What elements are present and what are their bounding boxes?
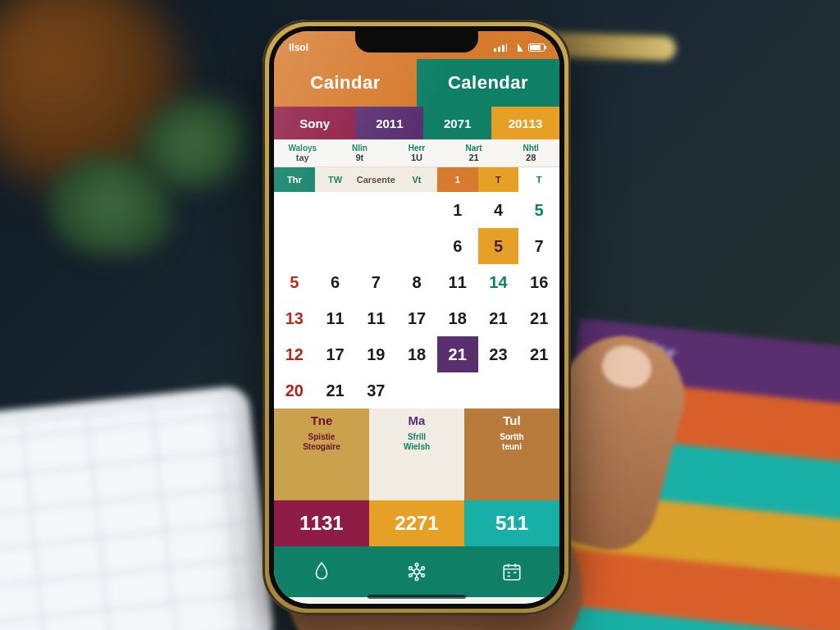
day-band: Tne Spistie Steogaire Ma Sfrill Wielsh T…: [274, 409, 559, 500]
weekday: T: [518, 167, 559, 192]
calendar-day[interactable]: 23: [478, 336, 519, 372]
weekday-header: Thr TW Carsente Vt 1 T T: [274, 167, 559, 192]
number-cell[interactable]: 1131: [274, 500, 369, 546]
day-sub: Steogaire: [303, 442, 340, 452]
weekday: TW: [315, 167, 356, 192]
day-column[interactable]: Ma Sfrill Wielsh: [369, 409, 464, 500]
bottom-nav: [274, 546, 559, 597]
calendar-day[interactable]: 11: [437, 264, 478, 300]
calendar-day[interactable]: 13: [274, 300, 315, 336]
tab-year[interactable]: 2071: [423, 107, 491, 139]
phone-screen: llsol Caindar Calendar Sony 2011 2071 20…: [274, 31, 559, 604]
calendar-grid: 1456575678111416131111171821211217191821…: [274, 192, 559, 409]
calendar-day: [274, 228, 315, 264]
header-right[interactable]: Calendar: [417, 59, 559, 107]
weekday: T: [478, 167, 519, 192]
calendar-day[interactable]: 14: [478, 264, 519, 300]
calendar-day: [518, 372, 559, 409]
calendar-day[interactable]: 17: [396, 300, 437, 336]
status-time: llsol: [289, 42, 308, 53]
phone-notch: [355, 31, 478, 52]
calendar-day[interactable]: 21: [437, 336, 478, 372]
calendar-day[interactable]: 5: [478, 228, 519, 264]
calendar-day[interactable]: 18: [437, 300, 478, 336]
calendar-day: [396, 372, 437, 409]
mini-item[interactable]: Herr1U: [388, 139, 445, 167]
calendar-day: [437, 372, 478, 409]
calendar-day: [274, 192, 315, 228]
battery-icon: [528, 43, 545, 52]
calendar-day: [355, 228, 396, 264]
calendar-day[interactable]: 17: [315, 336, 356, 372]
calendar-day[interactable]: 18: [396, 336, 437, 372]
calendar-day: [478, 372, 519, 409]
calendar-day[interactable]: 7: [518, 228, 559, 264]
day-label: Tul: [503, 413, 520, 427]
tab-year[interactable]: 20113: [491, 107, 559, 139]
day-sub: Spistie: [308, 432, 336, 442]
day-sub: Sortth: [500, 432, 523, 442]
app-header: Caindar Calendar: [274, 59, 559, 107]
calendar-day[interactable]: 19: [355, 336, 396, 372]
svg-point-0: [414, 569, 420, 575]
nav-star-icon[interactable]: [399, 554, 435, 590]
calendar-day[interactable]: 11: [315, 300, 356, 336]
svg-rect-7: [504, 565, 520, 579]
day-sub: Wielsh: [404, 442, 430, 452]
calendar-day: [355, 192, 396, 228]
calendar-day[interactable]: 37: [355, 372, 396, 409]
calendar-day: [315, 228, 356, 264]
nav-calendar-icon[interactable]: [494, 554, 530, 590]
decor-tablet: [0, 385, 276, 630]
mini-item[interactable]: Nhtl28: [502, 139, 559, 167]
number-cell[interactable]: 511: [464, 500, 559, 546]
calendar-day[interactable]: 21: [315, 372, 356, 409]
day-label: Tne: [311, 413, 333, 427]
weekday: Thr: [274, 167, 315, 192]
calendar-day: [315, 192, 356, 228]
phone-device: llsol Caindar Calendar Sony 2011 2071 20…: [262, 20, 571, 615]
day-column[interactable]: Tne Spistie Steogaire: [274, 409, 369, 500]
calendar-day: [396, 228, 437, 264]
subheader-tabs: Sony 2011 2071 20113: [274, 107, 559, 139]
weekday: 1: [437, 167, 478, 192]
weekday: Carsente: [355, 167, 396, 192]
day-sub: teuni: [502, 442, 522, 452]
calendar-day[interactable]: 1: [437, 192, 478, 228]
nav-home-icon[interactable]: [304, 554, 340, 590]
weekday: Vt: [396, 167, 437, 192]
calendar-day[interactable]: 8: [396, 264, 437, 300]
calendar-day[interactable]: 5: [274, 264, 315, 300]
calendar-day[interactable]: 20: [274, 372, 315, 409]
calendar-day[interactable]: 6: [437, 228, 478, 264]
calendar-day[interactable]: 12: [274, 336, 315, 372]
number-band: 1131 2271 511: [274, 500, 559, 546]
calendar-day[interactable]: 11: [355, 300, 396, 336]
number-cell[interactable]: 2271: [369, 500, 464, 546]
calendar-day[interactable]: 6: [315, 264, 356, 300]
mini-labels: Waloystay Nlin9t Herr1U Nart21 Nhtl28: [274, 139, 559, 167]
calendar-day[interactable]: 16: [518, 264, 559, 300]
calendar-day[interactable]: 21: [518, 336, 559, 372]
signal-icon: [494, 43, 507, 52]
wifi-icon: [512, 43, 523, 52]
calendar-day[interactable]: 7: [355, 264, 396, 300]
mini-item[interactable]: Nart21: [445, 139, 503, 167]
calendar-day: [396, 192, 437, 228]
calendar-day[interactable]: 21: [518, 300, 559, 336]
mini-item[interactable]: Waloystay: [274, 139, 331, 167]
calendar-day[interactable]: 4: [478, 192, 519, 228]
tab-year[interactable]: 2011: [355, 107, 423, 139]
calendar-day[interactable]: 5: [518, 192, 559, 228]
day-label: Ma: [409, 413, 426, 427]
tab-month[interactable]: Sony: [274, 107, 355, 139]
day-sub: Sfrill: [408, 432, 426, 442]
home-indicator[interactable]: [368, 595, 466, 599]
mini-item[interactable]: Nlin9t: [331, 139, 389, 167]
calendar-day[interactable]: 21: [478, 300, 519, 336]
header-left[interactable]: Caindar: [274, 59, 417, 107]
day-column[interactable]: Tul Sortth teuni: [464, 409, 559, 500]
